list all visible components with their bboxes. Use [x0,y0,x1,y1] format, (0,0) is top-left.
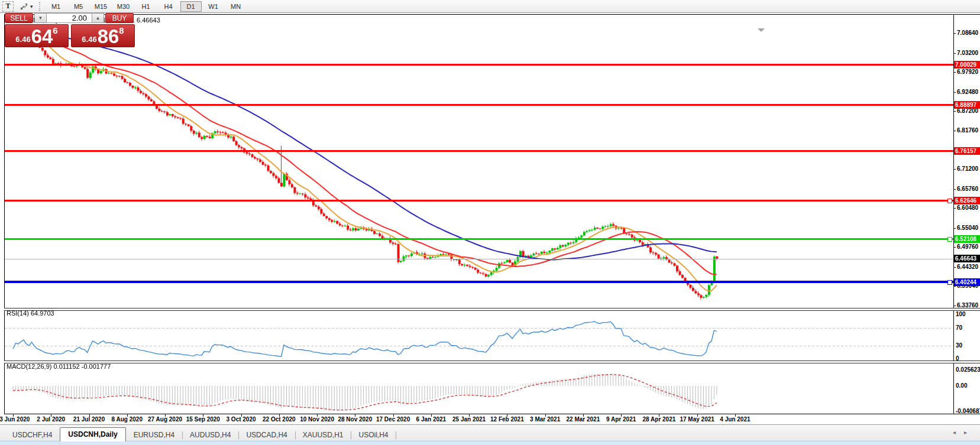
date-axis: 13 Jun 20202 Jul 202021 Jul 20208 Aug 20… [0,415,980,424]
sell-price-prefix: 6.46 [15,35,30,44]
chart-tab-xauusd[interactable]: XAUUSD,H1 [295,429,351,441]
main-chart-canvas[interactable] [5,15,953,308]
tab-scroll-right-icon[interactable]: ▸ [964,429,975,436]
sell-price-display[interactable]: 6.46 64 6 [5,24,69,47]
timeframe-button-h1[interactable]: H1 [135,1,157,12]
tab-scroll-left-icon[interactable]: ◂ [953,429,964,436]
timeframe-button-m15[interactable]: M15 [90,1,112,12]
date-tick-mark [469,414,470,417]
timeframe-button-w1[interactable]: W1 [203,1,224,12]
status-bar [0,441,980,445]
chart-shift-marker-icon[interactable] [758,28,765,32]
chart-window: ▲USDCNH,Daily 6.47239 6.47416 6.46171 6.… [0,13,980,424]
date-tick-mark [621,414,622,417]
rsi-axis-label: 100 [956,311,966,317]
date-tick-mark [279,414,280,417]
price-tick-mark [953,247,956,248]
timeframe-button-d1[interactable]: D1 [180,1,202,12]
chart-tab-usdcad[interactable]: USDCAD,H4 [238,429,295,441]
buy-price-display[interactable]: 6.46 86 8 [71,24,135,47]
horizontal-line-7.00029[interactable] [5,64,953,66]
price-tick-label: 6.49760 [957,243,978,250]
date-tick-mark [355,414,355,417]
price-tick-label: 6.81760 [957,127,978,134]
cursor-tool-button[interactable]: ▾ [20,2,33,11]
buy-price-sup: 8 [119,25,124,35]
price-tick-mark [953,33,956,34]
date-tick-mark [13,414,14,417]
cursor-tool-caret-icon[interactable]: ▾ [30,4,33,9]
timeframe-button-mn[interactable]: MN [225,1,247,12]
chart-tab-usdcnh[interactable]: USDCNH,Daily [60,427,125,441]
price-tick-mark [953,131,956,131]
horizontal-line-6.88897[interactable] [5,104,953,106]
rsi-axis-label: 30 [956,342,962,349]
date-tick-mark [545,414,546,417]
price-tick-mark [953,306,956,306]
timeframe-button-h4[interactable]: H4 [158,1,179,12]
chart-tab-eurusd[interactable]: EURUSD,H4 [126,429,182,441]
date-tick-mark [431,414,432,417]
timeframe-button-m1[interactable]: M1 [46,1,67,12]
horizontal-line-6.52108[interactable] [5,238,953,240]
horizontal-line-6.62646[interactable] [5,200,953,202]
rsi-axis-label: 70 [956,324,962,331]
volume-decrease-icon[interactable]: ▼ [34,13,47,23]
rsi-splitter[interactable] [4,308,980,311]
sell-button[interactable]: SELL [5,13,33,23]
date-tick-mark [583,414,584,417]
price-tick-label: 7.03200 [957,50,978,56]
macd-label: MACD(12,26,9) 0.011152 -0.001777 [7,363,111,370]
toolbar-separator [39,2,40,11]
text-tool-icon[interactable]: T [2,1,14,12]
date-tick-mark [393,414,394,417]
date-tick-mark [241,414,242,417]
price-tick-label: 6.60480 [957,204,978,211]
timeframe-button-m30[interactable]: M30 [113,1,134,12]
date-tick-mark [127,414,128,417]
price-axis-border [953,14,954,414]
sell-price-big: 64 [31,27,53,46]
macd-panel-canvas[interactable] [5,362,953,414]
current-price-line [5,259,953,259]
macd-axis-label: -0.040687 [956,408,980,414]
price-tick-mark [953,169,956,170]
hline-handle[interactable] [947,237,952,242]
volume-input[interactable] [47,13,92,23]
date-tick-mark [165,414,166,417]
one-click-trading-panel: SELL ▼ ▲ BUY 6.46 64 6 6.46 86 8 [5,13,136,47]
macd-splitter[interactable] [4,360,980,363]
top-toolbar: T ▾ M1M5M15M30H1H4D1W1MN [0,0,980,13]
price-tick-mark [953,228,956,229]
price-tick-mark [953,208,956,209]
rsi-panel-canvas[interactable] [5,310,953,360]
chart-tab-usoil[interactable]: USOil,H4 [351,429,396,441]
price-tick-label: 6.92480 [957,89,978,95]
horizontal-line-6.76157[interactable] [5,150,953,152]
buy-button[interactable]: BUY [105,13,134,23]
hline-handle[interactable] [947,199,952,203]
volume-increase-icon[interactable]: ▲ [92,13,104,23]
chart-tab-audusd[interactable]: AUDUSD,H4 [182,429,238,441]
hline-price-tag: 7.00029 [954,61,980,69]
hline-handle[interactable] [947,280,952,285]
macd-axis-label: 0.00 [956,382,967,389]
date-tick-mark [51,414,51,417]
date-tick-mark [203,414,203,417]
timeframe-button-group: M1M5M15M30H1H4D1W1MN [45,1,247,12]
date-tick-mark [697,414,698,417]
date-label: 4 Jun 2021 [710,416,760,423]
sell-price-sup: 6 [53,25,57,35]
hline-price-tag: 6.62646 [954,197,980,204]
chart-tab-usdchf[interactable]: USDCHF,H4 [5,429,60,441]
chart-tab-bar: USDCHF,H4USDCNH,DailyEURUSD,H4AUDUSD,H4U… [0,424,980,441]
date-tick-mark [659,414,659,417]
buy-price-prefix: 6.46 [82,35,96,44]
price-tick-label: 7.08640 [957,30,978,36]
price-tick-label: 6.71200 [957,165,978,172]
crosshair-arrows-icon [20,2,28,11]
timeframe-button-m5[interactable]: M5 [68,1,89,12]
price-tick-label: 6.55040 [957,225,978,231]
horizontal-line-6.40244[interactable] [5,281,953,283]
date-tick-mark [317,414,318,417]
